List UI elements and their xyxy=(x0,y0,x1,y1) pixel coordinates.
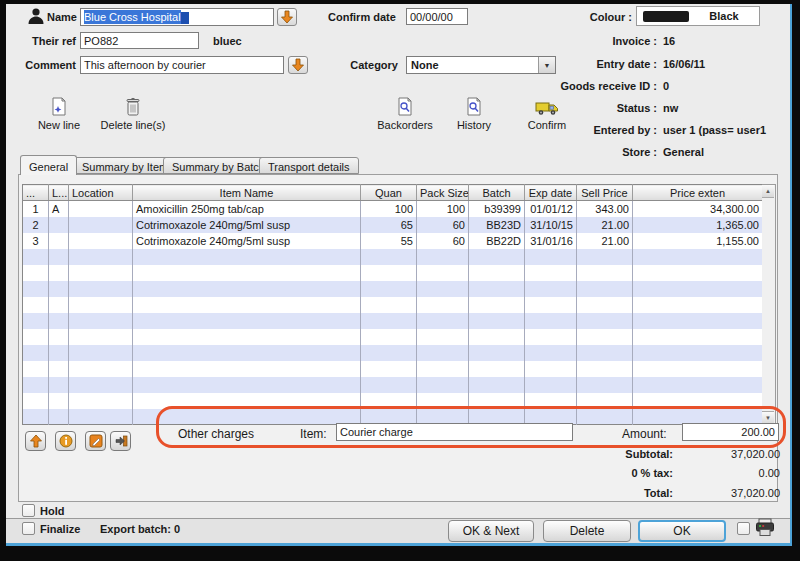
print-checkbox[interactable] xyxy=(737,522,750,535)
finalize-label: Finalize xyxy=(40,523,80,535)
col-item-name[interactable]: Item Name xyxy=(133,185,361,201)
tax-value: 0.00 xyxy=(676,467,780,479)
other-charges-amount-label: Amount: xyxy=(622,427,667,441)
other-charges-amount-input[interactable]: 200.00 xyxy=(682,423,779,441)
new-line-caption: New line xyxy=(38,119,80,131)
colour-name: Black xyxy=(689,10,759,22)
table-row[interactable]: 2 Cotrimoxazole 240mg/5ml susp 65 60 BB2… xyxy=(23,217,763,233)
cell-pack-size: 100 xyxy=(417,201,469,217)
col-pack-size[interactable]: Pack Size xyxy=(417,185,469,201)
category-label: Category xyxy=(330,59,398,71)
invoice-lines-table: ... L... Location Item Name Quan Pack Si… xyxy=(22,184,763,425)
tab-general[interactable]: General xyxy=(20,155,77,175)
comment-label: Comment xyxy=(10,59,76,71)
cell-location xyxy=(69,217,133,233)
cell-quan: 65 xyxy=(361,217,417,233)
cell-sell-price: 343.00 xyxy=(577,201,633,217)
col-sell-price[interactable]: Sell Price xyxy=(577,185,633,201)
comment-edit-button[interactable] xyxy=(288,56,308,74)
tab-summary-by-batch[interactable]: Summary by Batch xyxy=(163,157,274,174)
info-button[interactable] xyxy=(55,431,76,451)
table-empty-row xyxy=(23,249,763,265)
customer-code: bluec xyxy=(213,35,242,47)
their-ref-input[interactable]: PO882 xyxy=(80,32,199,49)
delete-lines-button[interactable]: Delete line(s) xyxy=(94,97,172,131)
backorders-icon xyxy=(397,97,413,116)
name-value: Blue Cross Hospital xyxy=(84,10,181,24)
other-charges-label: Other charges xyxy=(178,427,254,441)
ok-button[interactable]: OK xyxy=(638,520,726,542)
tab-summary-by-item[interactable]: Summary by Item xyxy=(73,157,177,174)
table-header-row: ... L... Location Item Name Quan Pack Si… xyxy=(23,185,763,201)
edit-line-button[interactable] xyxy=(85,431,106,451)
subtotal-label: Subtotal: xyxy=(520,448,673,460)
delete-button[interactable]: Delete xyxy=(543,520,631,542)
col-price-exten[interactable]: Price exten xyxy=(633,185,763,201)
backorders-button[interactable]: Backorders xyxy=(370,97,440,131)
col-batch[interactable]: Batch xyxy=(469,185,525,201)
history-caption: History xyxy=(457,119,491,131)
status-value: nw xyxy=(663,102,678,114)
hold-checkbox[interactable] xyxy=(22,504,35,517)
import-lines-button[interactable] xyxy=(110,431,131,451)
invoice-window: Name Blue Cross Hospital Confirm date 00… xyxy=(0,0,800,561)
col-l[interactable]: L... xyxy=(49,185,69,201)
printer-icon[interactable] xyxy=(755,518,775,537)
invoice-value: 16 xyxy=(663,35,675,47)
cell-location xyxy=(69,201,133,217)
confirm-button[interactable]: Confirm xyxy=(512,100,582,131)
colour-label: Colour : xyxy=(560,11,632,23)
cell-item-name: Amoxicillin 250mg tab/cap xyxy=(133,201,361,217)
hold-label: Hold xyxy=(40,505,64,517)
entry-date-value: 16/06/11 xyxy=(663,58,705,70)
first-line-button[interactable] xyxy=(25,431,46,451)
colour-picker-button[interactable]: Black xyxy=(636,6,760,26)
table-scrollbar[interactable]: ▲ ▼ xyxy=(762,184,776,425)
trash-icon xyxy=(125,97,141,116)
tax-label: 0 % tax: xyxy=(520,467,673,479)
tab-transport-details[interactable]: Transport details xyxy=(259,157,359,174)
window-frame-right xyxy=(792,0,800,561)
cell-item-name: Cotrimoxazole 240mg/5ml susp xyxy=(133,233,361,249)
history-icon xyxy=(466,97,482,116)
subtotal-value: 37,020.00 xyxy=(676,448,780,460)
table-empty-row xyxy=(23,297,763,313)
table-empty-row xyxy=(23,345,763,361)
col-select[interactable]: ... xyxy=(23,185,49,201)
name-lookup-button[interactable] xyxy=(277,8,297,26)
name-label: Name xyxy=(47,11,77,23)
history-button[interactable]: History xyxy=(442,97,506,131)
cell-l xyxy=(49,217,69,233)
comment-input[interactable]: This afternoon by courier xyxy=(80,56,284,74)
col-quan[interactable]: Quan xyxy=(361,185,417,201)
scroll-up-icon[interactable]: ▲ xyxy=(762,185,774,198)
col-location[interactable]: Location xyxy=(69,185,133,201)
cell-quan: 100 xyxy=(361,201,417,217)
table-empty-row xyxy=(23,313,763,329)
cell-batch: BB22D xyxy=(469,233,525,249)
ok-and-next-button[interactable]: OK & Next xyxy=(448,520,534,542)
new-line-button[interactable]: New line xyxy=(28,97,90,131)
table-row[interactable]: 3 Cotrimoxazole 240mg/5ml susp 55 60 BB2… xyxy=(23,233,763,249)
orange-down-arrow-icon xyxy=(280,10,294,24)
their-ref-label: Their ref xyxy=(10,35,76,47)
goods-receive-value: 0 xyxy=(663,80,669,92)
window-frame-top xyxy=(0,0,800,4)
invoice-label: Invoice : xyxy=(500,35,657,47)
entered-by-value: user 1 (pass= user1 xyxy=(663,124,766,136)
info-icon xyxy=(59,434,73,448)
store-label: Store : xyxy=(500,146,657,158)
confirm-date-input[interactable]: 00/00/00 xyxy=(406,8,468,25)
other-charges-item-input[interactable]: Courier charge xyxy=(336,423,573,441)
col-exp-date[interactable]: Exp date xyxy=(525,185,577,201)
cell-line: 1 xyxy=(23,201,49,217)
cell-price-exten: 1,365.00 xyxy=(633,217,763,233)
cell-exp-date: 01/01/12 xyxy=(525,201,577,217)
cell-exp-date: 31/10/15 xyxy=(525,217,577,233)
store-value: General xyxy=(663,146,704,158)
name-input[interactable]: Blue Cross Hospital xyxy=(80,8,274,26)
finalize-checkbox[interactable] xyxy=(22,522,35,535)
table-row[interactable]: 1 A Amoxicillin 250mg tab/cap 100 100 b3… xyxy=(23,201,763,217)
table-empty-row xyxy=(23,281,763,297)
table-empty-row xyxy=(23,265,763,281)
